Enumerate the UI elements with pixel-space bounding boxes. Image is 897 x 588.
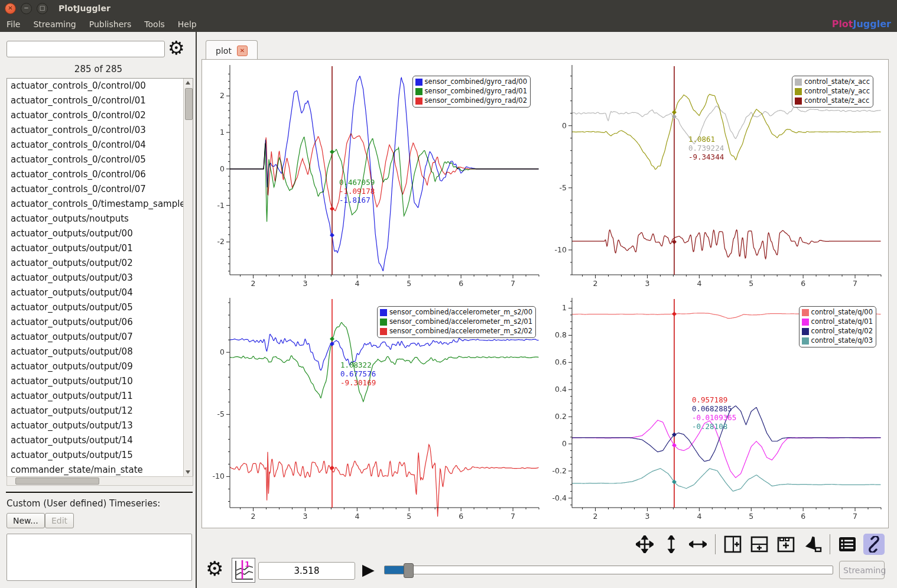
resize-vertical-icon[interactable] xyxy=(661,534,682,555)
window-minimize-button[interactable]: − xyxy=(21,3,32,14)
legend-entry[interactable]: control_state/q/00 xyxy=(802,308,873,317)
custom-timeseries-list[interactable] xyxy=(6,534,192,581)
plot-control_state_acc[interactable]: 2345670-5-101.08610.739224-9.34344contro… xyxy=(545,60,888,293)
search-settings-gear-icon[interactable]: ⚙ xyxy=(168,37,185,59)
legend-entry[interactable]: control_state/y_acc xyxy=(795,87,870,96)
svg-text:6: 6 xyxy=(459,279,463,288)
timeseries-item[interactable]: actuator_outputs/output/02 xyxy=(7,256,193,271)
tracker-value: -9.30169 xyxy=(340,378,376,387)
search-input[interactable] xyxy=(6,41,165,57)
tab-close-icon[interactable]: ✕ xyxy=(237,46,248,56)
legend-entry[interactable]: sensor_combined/accelerometer_m_s2/02 xyxy=(380,327,532,336)
window-close-button[interactable]: ✕ xyxy=(5,3,16,14)
svg-text:2: 2 xyxy=(593,279,598,288)
window-maximize-button[interactable]: □ xyxy=(37,3,48,14)
legend-entry[interactable]: sensor_combined/gyro_rad/02 xyxy=(415,96,527,105)
timeseries-item[interactable]: actuator_outputs/output/08 xyxy=(7,345,193,359)
svg-text:-5: -5 xyxy=(217,410,225,418)
menu-help[interactable]: Help xyxy=(171,18,203,31)
settings-gear-icon[interactable]: ⚙ xyxy=(206,557,223,580)
svg-text:7: 7 xyxy=(853,279,857,288)
svg-text:1: 1 xyxy=(245,560,250,568)
svg-text:1: 1 xyxy=(562,303,567,312)
timeseries-item[interactable]: actuator_controls_0/control/05 xyxy=(7,152,193,167)
menu-streaming[interactable]: Streaming xyxy=(27,18,82,31)
legend-entry[interactable]: sensor_combined/accelerometer_m_s2/00 xyxy=(380,308,532,317)
link-ranges-icon[interactable] xyxy=(863,534,885,555)
time-slider[interactable] xyxy=(384,566,833,574)
plot-quaternion[interactable]: 23456710.80.60.40.20-0.2-0.40.9571890.06… xyxy=(545,293,888,526)
timeseries-item[interactable]: actuator_outputs/noutputs xyxy=(7,212,193,226)
timeseries-item[interactable]: actuator_controls_0/control/07 xyxy=(7,182,193,197)
legend-entry[interactable]: control_state/q/02 xyxy=(802,327,873,336)
sidebar-splitter[interactable] xyxy=(196,32,197,588)
timeseries-item[interactable]: actuator_outputs/output/03 xyxy=(7,271,193,285)
tab-plot[interactable]: plot ✕ xyxy=(206,40,258,60)
plot-accelerometer_m_s2[interactable]: 2345670-5-101.083220.677576-9.30169senso… xyxy=(203,293,545,526)
add-row-icon[interactable] xyxy=(749,534,770,555)
legend-color-swatch xyxy=(802,328,809,335)
new-custom-timeseries-button[interactable]: New... xyxy=(6,513,45,528)
title-bar: ✕ − □ PlotJuggler xyxy=(0,0,897,17)
legend-entry[interactable]: control_state/x_acc xyxy=(795,77,870,86)
menu-publishers[interactable]: Publishers xyxy=(83,18,138,31)
legend-list-icon[interactable] xyxy=(837,534,858,555)
timeseries-item[interactable]: actuator_outputs/output/12 xyxy=(7,404,193,418)
timeseries-item[interactable]: actuator_outputs/output/01 xyxy=(7,241,193,256)
horizontal-scrollbar[interactable] xyxy=(6,476,193,486)
svg-text:1: 1 xyxy=(220,128,225,137)
menu-tools[interactable]: Tools xyxy=(138,18,171,31)
timeseries-item[interactable]: actuator_controls_0/control/03 xyxy=(7,123,193,138)
legend-entry[interactable]: control_state/z_acc xyxy=(795,96,870,105)
add-tab-icon[interactable] xyxy=(775,534,797,555)
resize-horizontal-icon[interactable] xyxy=(687,534,708,555)
svg-text:4: 4 xyxy=(355,279,359,288)
legend-color-swatch xyxy=(795,79,802,86)
timeseries-item[interactable]: actuator_controls_0/control/01 xyxy=(7,93,193,108)
timeseries-item[interactable]: actuator_outputs/output/11 xyxy=(7,389,193,404)
legend-entry[interactable]: sensor_combined/accelerometer_m_s2/01 xyxy=(380,317,532,326)
horizontal-scrollbar-thumb[interactable] xyxy=(15,477,99,485)
timeseries-item[interactable]: actuator_outputs/output/05 xyxy=(7,300,193,315)
timeseries-item[interactable]: actuator_controls_0/control/06 xyxy=(7,167,193,182)
legend-label: control_state/x_acc xyxy=(804,77,870,86)
timeseries-item[interactable]: actuator_controls_0/control/00 xyxy=(7,79,193,93)
move-icon[interactable] xyxy=(634,534,655,555)
sidebar-divider xyxy=(6,492,193,493)
timeseries-item[interactable]: commander_state/main_state xyxy=(7,463,193,477)
tracker-style-button[interactable]: 1 xyxy=(232,558,255,583)
tracker-time-field[interactable] xyxy=(258,562,355,580)
plot-gyro_rad[interactable]: 234567210-1-20.467059-1.09178-1.8167sens… xyxy=(203,60,545,293)
timeseries-item[interactable]: actuator_controls_0/control/04 xyxy=(7,138,193,152)
add-column-icon[interactable] xyxy=(722,534,743,555)
timeseries-item[interactable]: actuator_outputs/output/13 xyxy=(7,418,193,433)
timeseries-item[interactable]: actuator_outputs/output/09 xyxy=(7,359,193,374)
menu-file[interactable]: File xyxy=(0,18,27,31)
clear-buffer-icon[interactable] xyxy=(802,534,823,555)
timeseries-list[interactable]: actuator_controls_0/control/00actuator_c… xyxy=(6,78,193,477)
time-slider-handle[interactable] xyxy=(404,563,414,578)
vertical-scrollbar-thumb[interactable] xyxy=(185,88,193,120)
timeseries-item[interactable]: actuator_outputs/output/15 xyxy=(7,448,193,463)
legend-entry[interactable]: control_state/q/03 xyxy=(802,336,873,345)
scroll-down-icon[interactable] xyxy=(186,470,190,474)
vertical-scrollbar[interactable] xyxy=(183,79,193,476)
timeseries-item[interactable]: actuator_outputs/output/10 xyxy=(7,374,193,389)
legend-entry[interactable]: sensor_combined/gyro_rad/01 xyxy=(415,87,527,96)
timeseries-item[interactable]: actuator_outputs/output/00 xyxy=(7,226,193,241)
tracker-value: 1.08322 xyxy=(340,360,372,369)
legend-entry[interactable]: sensor_combined/gyro_rad/00 xyxy=(415,77,527,86)
timeseries-item[interactable]: actuator_controls_0/control/02 xyxy=(7,108,193,123)
streaming-button[interactable]: Streaming xyxy=(839,561,885,579)
timeseries-item[interactable]: actuator_outputs/output/14 xyxy=(7,433,193,448)
timeseries-item[interactable]: actuator_controls_0/timestamp_sample xyxy=(7,197,193,212)
scroll-up-icon[interactable] xyxy=(186,81,190,85)
edit-custom-timeseries-button[interactable]: Edit xyxy=(45,513,74,528)
play-icon[interactable]: ▶ xyxy=(362,558,375,581)
legend-entry[interactable]: control_state/q/01 xyxy=(802,317,873,326)
timeseries-item[interactable]: actuator_outputs/output/07 xyxy=(7,330,193,345)
svg-text:0.6: 0.6 xyxy=(555,358,567,366)
timeseries-item[interactable]: actuator_outputs/output/04 xyxy=(7,285,193,300)
timeseries-item[interactable]: actuator_outputs/output/06 xyxy=(7,315,193,330)
tracker-value: 0.677576 xyxy=(340,369,376,378)
